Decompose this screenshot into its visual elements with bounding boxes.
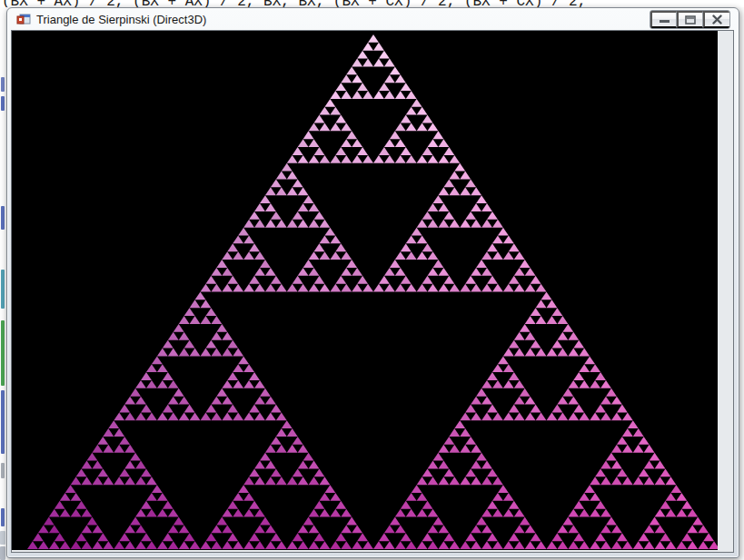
maximize-icon [685, 15, 696, 25]
background-code-line: (BX + AX) / 2, (BX + AX) / 2, BX, BX, (B… [0, 0, 744, 7]
minimize-button[interactable] [650, 11, 677, 28]
code-fragment-mark [0, 546, 5, 560]
title-bar[interactable]: Triangle de Sierpinski (Direct3D) [7, 8, 739, 31]
code-fragment-mark [1, 320, 5, 386]
window-title: Triangle de Sierpinski (Direct3D) [36, 13, 206, 26]
caption-buttons [650, 10, 730, 29]
code-fragment-mark [1, 270, 5, 309]
background-code-margin [0, 7, 6, 560]
code-text: (BX + AX) / 2, (BX + AX) / 2, BX, BX, (B… [2, 0, 586, 7]
client-area [11, 30, 734, 553]
maximize-button[interactable] [677, 11, 703, 28]
code-fragment-mark [1, 206, 5, 230]
minimize-icon [660, 20, 670, 23]
code-fragment-mark [1, 508, 5, 526]
close-button[interactable] [703, 11, 729, 28]
app-window: Triangle de Sierpinski (Direct3D) [6, 7, 739, 558]
code-fragment-mark [0, 531, 5, 545]
code-fragment-mark [1, 96, 5, 111]
d3d-viewport [12, 31, 718, 550]
close-icon [712, 15, 722, 25]
code-fragment-mark [1, 77, 5, 92]
code-fragment-mark [1, 463, 5, 478]
winforms-form-icon [16, 13, 31, 27]
code-fragment-mark [1, 390, 5, 454]
